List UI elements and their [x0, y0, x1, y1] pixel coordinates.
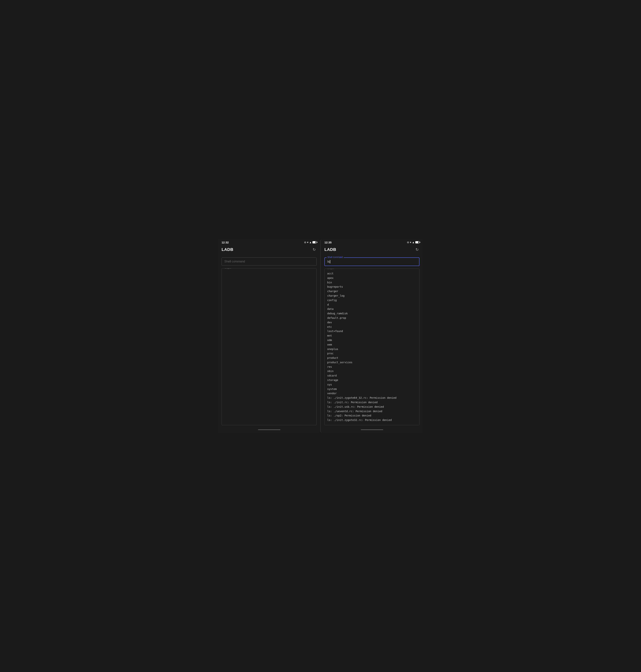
list-item: config [327, 298, 417, 303]
list-item: apex [327, 276, 417, 280]
status-time-2: 12:35 [324, 241, 331, 244]
output-field-2: Output acctapexbinbugreportschargercharg… [324, 269, 420, 425]
list-item: dev [327, 320, 417, 325]
list-item: ls: ./init.rc: Permission denied [327, 400, 417, 405]
home-indicator-1 [218, 427, 320, 433]
app-title-1: LADB [221, 247, 233, 252]
list-item: charger [327, 289, 417, 293]
list-item: product_services [327, 360, 417, 365]
battery-icon-1 [313, 241, 317, 243]
dnd-icon-1: ⊖ [304, 241, 306, 244]
list-item: d [327, 303, 417, 307]
status-bar-2: 12:35 ⊖ ▾ ▲ [321, 239, 423, 245]
battery-icon-2 [415, 241, 420, 243]
list-item: sys [327, 383, 417, 387]
signal-icon-1: ▲ [309, 241, 312, 244]
list-item: proc [327, 351, 417, 356]
shell-command-field-1[interactable] [221, 257, 317, 266]
shell-command-field-2[interactable]: Shell command ls [324, 257, 420, 266]
list-item: sdcard [327, 373, 417, 378]
list-item: acct [327, 271, 417, 276]
list-item: ls: ./ueventd.rc: Permission denied [327, 409, 417, 414]
list-item: sbin [327, 369, 417, 373]
list-item: vendor [327, 391, 417, 396]
list-item: bin [327, 280, 417, 285]
status-time-1: 12:32 [221, 241, 229, 244]
content-1: Output [218, 256, 320, 427]
list-item: ls: ./op2: Permission denied [327, 413, 417, 418]
list-item: oneplus [327, 347, 417, 352]
home-bar-1 [258, 429, 281, 430]
output-label-2: Output [326, 269, 335, 270]
list-item: etc [327, 325, 417, 329]
refresh-button-2[interactable]: ↻ [415, 247, 420, 252]
status-icons-1: ⊖ ▾ ▲ [304, 241, 317, 244]
list-item: charger_log [327, 293, 417, 298]
battery-fill-1 [313, 241, 315, 243]
output-label-1: Output [223, 268, 232, 269]
text-cursor-2 [330, 260, 330, 263]
list-item: data [327, 307, 417, 311]
list-item: odm [327, 338, 417, 343]
output-field-1: Output [221, 268, 317, 425]
refresh-button-1[interactable]: ↻ [312, 247, 317, 252]
app-header-1: LADB ↻ [218, 245, 320, 256]
dnd-icon-2: ⊖ [407, 241, 409, 244]
status-bar-1: 12:32 ⊖ ▾ ▲ [218, 239, 320, 245]
shell-command-input-1[interactable] [224, 260, 314, 263]
home-bar-2 [361, 429, 383, 430]
wifi-icon-2: ▾ [410, 241, 411, 244]
phone-2: 12:35 ⊖ ▾ ▲ LADB ↻ Shell command ls [320, 239, 423, 433]
battery-fill-2 [415, 241, 418, 243]
list-item: debug_ramdisk [327, 311, 417, 316]
list-item: product [327, 356, 417, 360]
list-item: system [327, 387, 417, 392]
shell-command-label-2: Shell command [327, 256, 344, 259]
phone-1: 12:32 ⊖ ▾ ▲ LADB ↻ Output [218, 239, 320, 433]
output-content-2: acctapexbinbugreportschargercharger_logc… [327, 271, 417, 422]
list-item: oem [327, 343, 417, 347]
shell-command-value-2: ls [327, 260, 417, 263]
signal-icon-2: ▲ [412, 241, 414, 244]
status-icons-2: ⊖ ▾ ▲ [407, 241, 420, 244]
list-item: ls: ./init.usb.rc: Permission denied [327, 405, 417, 409]
list-item: default.prop [327, 316, 417, 320]
list-item: ls: ./init.zygote64_32.rc: Permission de… [327, 396, 417, 400]
shell-command-text-2: ls [327, 260, 330, 263]
home-indicator-2 [321, 427, 423, 433]
list-item: lost+found [327, 329, 417, 333]
list-item: ls: ./init.zygote32.rc: Permission denie… [327, 418, 417, 422]
list-item: res [327, 365, 417, 369]
app-title-2: LADB [324, 247, 336, 252]
app-header-2: LADB ↻ [321, 245, 423, 256]
list-item: mnt [327, 333, 417, 338]
list-item: storage [327, 378, 417, 383]
content-2: Shell command ls Output acctapexbinbugre… [321, 256, 423, 427]
list-item: bugreports [327, 285, 417, 289]
wifi-icon-1: ▾ [307, 241, 308, 244]
